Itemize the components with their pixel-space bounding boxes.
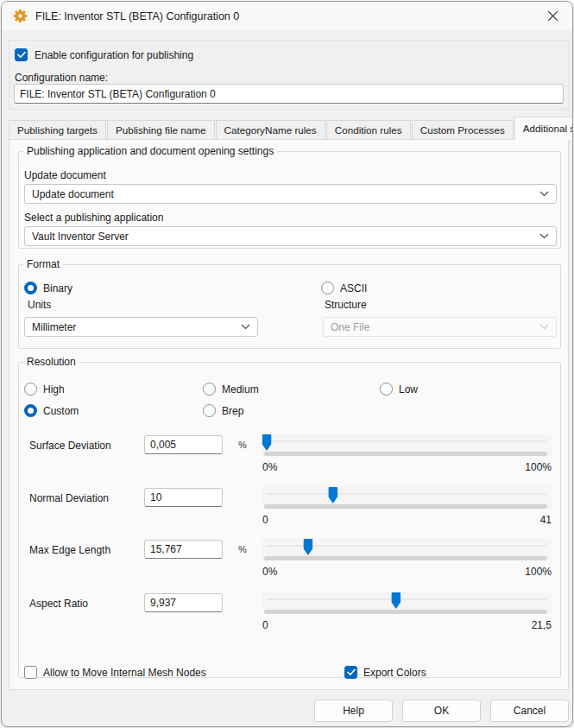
cancel-button[interactable]: Cancel [490,700,569,722]
binary-label: Binary [43,282,73,294]
ok-button[interactable]: OK [402,700,481,722]
footer-bar: Help OK Cancel [2,688,572,726]
chevron-down-icon [539,324,549,330]
slider-channel [264,504,547,509]
move-internal-mesh-nodes-checkbox[interactable] [24,666,37,679]
slider-track [267,598,547,600]
resolution-brep-radio[interactable] [203,404,216,417]
tab-additional-settings[interactable]: Additional settings [514,117,573,140]
ascii-label: ASCII [340,282,367,294]
aspect-ratio-input[interactable] [144,593,223,612]
enable-config-label: Enable configuration for publishing [35,49,193,61]
surface-deviation-unit: % [238,440,247,450]
slider-track [267,440,547,442]
max-edge-length-input[interactable] [144,540,223,559]
slider-thumb[interactable] [262,434,272,451]
help-button[interactable]: Help [314,700,393,722]
tab-page: Publishing application and document open… [9,139,569,690]
export-colors-checkbox[interactable] [344,666,357,679]
units-combobox[interactable]: Millimeter [24,317,258,337]
slider-min-label: 0 [262,514,268,526]
tab-categoryname-rules[interactable]: CategoryName rules [216,120,325,140]
publishing-application-label: Select a publishing application [24,212,163,224]
publishing-settings-legend: Publishing application and document open… [23,145,277,157]
max-edge-length-label: Max Edge Length [29,544,110,556]
structure-value: One File [331,321,539,333]
slider-thumb[interactable] [391,592,401,609]
chevron-down-icon [539,191,549,197]
surface-deviation-slider[interactable] [262,434,552,456]
tab-condition-rules[interactable]: Condition rules [326,120,411,140]
slider-thumb[interactable] [303,539,312,555]
max-edge-length-unit: % [238,544,247,554]
update-document-value: Update document [32,188,539,200]
slider-max-label: 100% [525,566,552,578]
tab-strip: Publishing targets Publishing file name … [9,117,565,140]
resolution-medium-label: Medium [222,383,259,396]
update-document-combobox[interactable]: Update document [24,184,557,204]
title-bar: FILE: Inventor STL (BETA) Configuration … [2,2,572,30]
slider-max-label: 100% [525,461,552,473]
resolution-brep-label: Brep [222,405,243,417]
slider-channel [264,452,547,456]
aspect-ratio-label: Aspect Ratio [29,598,88,610]
close-button[interactable] [533,2,572,30]
normal-deviation-slider[interactable] [262,486,552,509]
export-colors-label: Export Colors [363,667,426,679]
chevron-down-icon [241,324,250,330]
units-label: Units [28,299,51,311]
slider-max-label: 21,5 [532,619,552,631]
publishing-application-combobox[interactable]: Vault Inventor Server [24,226,557,246]
resolution-custom-radio[interactable] [24,404,37,417]
tab-publishing-targets[interactable]: Publishing targets [9,120,106,140]
configuration-name-label: Configuration name: [15,72,108,84]
gear-icon [13,9,28,23]
binary-radio[interactable] [24,282,37,294]
window-title: FILE: Inventor STL (BETA) Configuration … [35,10,239,22]
resolution-custom-label: Custom [43,405,79,417]
resolution-high-label: High [43,383,65,396]
slider-channel [264,610,547,614]
publishing-settings-group: Publishing application and document open… [18,145,561,249]
enable-config-checkbox[interactable] [15,48,28,61]
move-internal-mesh-nodes-label: Allow to Move Internal Mesh Nodes [43,667,206,679]
header-panel: Enable configuration for publishing Conf… [9,40,569,110]
normal-deviation-input[interactable] [144,488,223,507]
tab-custom-processes[interactable]: Custom Processes [412,120,514,140]
resolution-low-radio[interactable] [380,383,393,396]
slider-track [267,493,547,495]
configuration-name-input[interactable] [14,84,564,104]
slider-min-label: 0% [262,461,277,473]
format-group: Format Binary ASCII Units Structure Mill… [18,258,561,349]
update-document-label: Update document [24,169,106,181]
ascii-radio[interactable] [321,282,334,294]
surface-deviation-input[interactable] [144,435,223,454]
units-value: Millimeter [32,321,241,333]
max-edge-length-slider[interactable] [262,538,552,560]
structure-label: Structure [325,299,367,311]
slider-min-label: 0% [262,566,277,578]
slider-max-label: 41 [540,514,552,526]
surface-deviation-label: Surface Deviation [29,440,111,452]
format-legend: Format [23,258,63,270]
resolution-low-label: Low [399,383,418,396]
slider-channel [264,556,547,560]
structure-combobox: One File [323,317,557,337]
resolution-medium-radio[interactable] [203,383,216,396]
resolution-high-radio[interactable] [24,383,37,396]
resolution-group: Resolution High Medium Low Custom Brep [18,356,561,678]
resolution-legend: Resolution [23,356,79,368]
publishing-application-value: Vault Inventor Server [32,231,539,243]
chevron-down-icon [539,233,549,239]
slider-thumb[interactable] [328,487,337,503]
slider-min-label: 0 [262,619,268,631]
aspect-ratio-slider[interactable] [262,592,552,614]
tab-publishing-file-name[interactable]: Publishing file name [107,120,215,140]
dialog-window: FILE: Inventor STL (BETA) Configuration … [1,1,573,727]
normal-deviation-label: Normal Deviation [29,492,109,504]
